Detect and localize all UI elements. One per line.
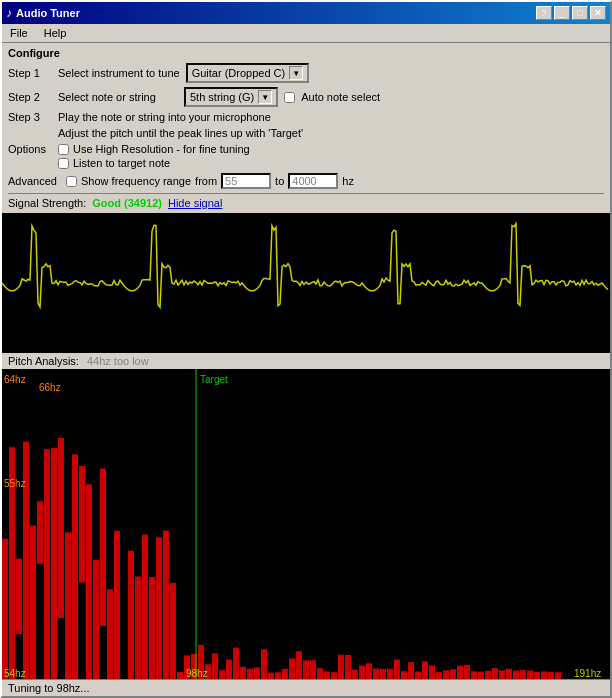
high-res-row: Use High Resolution - for fine tuning [58, 143, 250, 155]
minimize-button[interactable]: _ [554, 6, 570, 20]
step1-row: Step 1 Select instrument to tune Guitar … [8, 63, 604, 83]
listen-target-label: Listen to target note [73, 157, 170, 169]
note-value: 5th string (G) [190, 91, 254, 103]
step3-desc2: Adjust the pitch until the peak lines up… [58, 127, 604, 139]
waveform-canvas [2, 213, 610, 353]
menu-bar: File Help [2, 24, 610, 43]
instrument-dropdown[interactable]: Guitar (Dropped C) ▼ [186, 63, 310, 83]
window-title: Audio Tuner [16, 7, 80, 19]
signal-row: Signal Strength: Good (34912) Hide signa… [8, 193, 604, 209]
options-label: Options [8, 143, 52, 155]
status-text: Tuning to 98hz... [8, 682, 90, 694]
hz-unit: hz [342, 175, 354, 187]
signal-status: Good (34912) [92, 197, 162, 209]
to-label: to [275, 175, 284, 187]
from-label: from [195, 175, 217, 187]
pitch-area [2, 369, 610, 679]
note-dropdown-arrow[interactable]: ▼ [258, 90, 272, 104]
signal-label: Signal Strength: [8, 197, 86, 209]
step3-desc: Play the note or string into your microp… [58, 111, 271, 123]
auto-note-checkbox[interactable] [284, 92, 295, 103]
listen-target-row: Listen to target note [58, 157, 250, 169]
pitch-analysis-bar: Pitch Analysis: 44hz too low [2, 353, 610, 369]
advanced-label: Advanced [8, 175, 62, 187]
menu-help[interactable]: Help [40, 26, 71, 40]
step2-label: Step 2 [8, 91, 52, 103]
note-dropdown[interactable]: 5th string (G) ▼ [184, 87, 278, 107]
instrument-value: Guitar (Dropped C) [192, 67, 286, 79]
configure-area: Configure Step 1 Select instrument to tu… [2, 43, 610, 213]
step2-desc: Select note or string [58, 91, 178, 103]
listen-target-checkbox[interactable] [58, 158, 69, 169]
high-res-label: Use High Resolution - for fine tuning [73, 143, 250, 155]
step1-desc: Select instrument to tune [58, 67, 180, 79]
step3-row: Step 3 Play the note or string into your… [8, 111, 604, 123]
pitch-analysis-label: Pitch Analysis: [8, 355, 79, 367]
close-button[interactable]: ✕ [590, 6, 606, 20]
pitch-canvas [2, 369, 610, 679]
app-icon: ♪ [6, 6, 12, 20]
step1-label: Step 1 [8, 67, 52, 79]
maximize-button[interactable]: □ [572, 6, 588, 20]
high-res-checkbox[interactable] [58, 144, 69, 155]
options-checks: Use High Resolution - for fine tuning Li… [58, 143, 250, 169]
freq-range-label: Show frequency range [81, 175, 191, 187]
auto-note-label: Auto note select [301, 91, 380, 103]
step2-row: Step 2 Select note or string 5th string … [8, 87, 604, 107]
hide-signal-link[interactable]: Hide signal [168, 197, 222, 209]
pitch-status: 44hz too low [87, 355, 149, 367]
configure-title: Configure [8, 47, 604, 59]
menu-file[interactable]: File [6, 26, 32, 40]
help-button[interactable]: ? [536, 6, 552, 20]
title-buttons: ? _ □ ✕ [536, 6, 606, 20]
status-bar: Tuning to 98hz... [2, 679, 610, 696]
step3-label: Step 3 [8, 111, 52, 123]
freq-to-input[interactable] [288, 173, 338, 189]
freq-from-input[interactable] [221, 173, 271, 189]
freq-range-checkbox[interactable] [66, 176, 77, 187]
instrument-dropdown-arrow[interactable]: ▼ [289, 66, 303, 80]
title-bar: ♪ Audio Tuner ? _ □ ✕ [2, 2, 610, 24]
waveform-area [2, 213, 610, 353]
options-row: Options Use High Resolution - for fine t… [8, 143, 604, 169]
advanced-row: Advanced Show frequency range from to hz [8, 173, 604, 189]
